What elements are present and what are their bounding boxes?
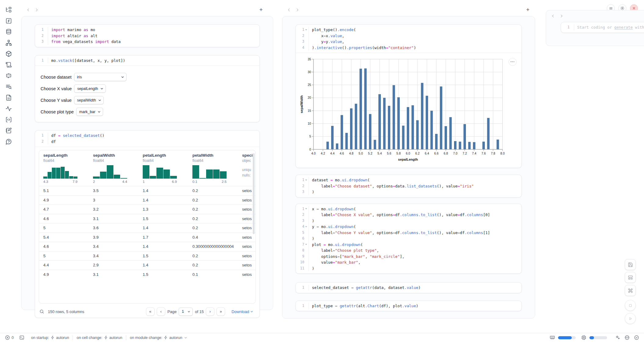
code-editor[interactable]: 1import marimo as mo2import altair as al…: [35, 25, 259, 47]
table-row[interactable]: 53.41.50.2setos: [39, 251, 256, 261]
page-select[interactable]: 1: [179, 308, 193, 316]
add-cell-button[interactable]: +: [524, 6, 532, 13]
table-row[interactable]: 4.93.11.50.1setos: [39, 270, 256, 279]
scroll-icon[interactable]: [5, 62, 12, 68]
panel-next-button[interactable]: [557, 12, 566, 20]
code-editor[interactable]: 1selected_dataset = getattr(data, datase…: [296, 283, 521, 293]
table-scrollbar[interactable]: [253, 153, 255, 234]
table-row[interactable]: 4.73.21.30.2setos: [39, 205, 256, 214]
code-placeholder[interactable]: Start coding or generate with: [574, 24, 644, 30]
column-histogram: [93, 165, 127, 179]
save-button[interactable]: [625, 259, 636, 270]
function-square-icon[interactable]: [5, 18, 12, 24]
activity-icon[interactable]: [5, 105, 12, 112]
generate-link[interactable]: generate: [614, 25, 633, 30]
table-column-header[interactable]: sepalWidthfloat6424.4: [89, 153, 138, 183]
table-column-header[interactable]: sepalLengthfloat644.37.9: [39, 153, 89, 183]
network-icon[interactable]: [5, 40, 12, 46]
table-row[interactable]: 4.63.11.50.2setos: [39, 214, 256, 223]
command-palette-button[interactable]: [625, 285, 636, 296]
run-all-button[interactable]: [625, 313, 636, 324]
error-count: 0: [12, 336, 14, 340]
error-indicator[interactable]: 0: [5, 335, 14, 340]
svg-text:5.8: 5.8: [396, 152, 401, 155]
code-line: 1plot_type = getattr(alt.Chart(df), plot…: [297, 303, 518, 309]
package-icon[interactable]: [5, 51, 12, 57]
code-editor[interactable]: 1mo.vstack([dataset, x, y, plot]): [35, 55, 259, 66]
y-value-select[interactable]: sepalWidth: [74, 96, 104, 104]
list-search-icon[interactable]: [5, 84, 12, 90]
table-row[interactable]: 4.931.40.2setos: [39, 195, 256, 205]
code-editor[interactable]: 1df = selected_dataset()2df: [35, 130, 259, 147]
code-editor[interactable]: 1x = mo.ui.dropdown(2 label="Choose X va…: [296, 204, 521, 274]
code-line: 2 label="Choose X value", options=df.col…: [297, 212, 518, 218]
cell-dataframe[interactable]: 1df = selected_dataset()2df sepalLengthf…: [35, 130, 260, 318]
column-prev-button[interactable]: [24, 6, 32, 13]
table-column-header[interactable]: petalWidthfloat640.12.5: [188, 153, 238, 183]
new-cell[interactable]: 1 Start coding or generate with: [561, 22, 644, 33]
first-page-button[interactable]: «: [146, 307, 155, 316]
memory-icon: [550, 335, 555, 340]
table-row[interactable]: 4.63.41.40.30000000000000004setos: [39, 242, 256, 251]
choose-dataset-label: Choose dataset: [41, 75, 72, 80]
code-editor[interactable]: 1plot_type().encode(2 x=x.value,3 y=y.va…: [296, 25, 521, 53]
altair-bar-chart[interactable]: 4.04.24.44.64.85.05.25.45.65.86.06.26.46…: [299, 55, 507, 163]
table-column-header[interactable]: petalLengthfloat6416.9: [138, 153, 188, 183]
plot-type-select[interactable]: mark_bar: [76, 108, 103, 116]
on-startup-value: autorun: [56, 336, 69, 340]
table-row[interactable]: 5.43.91.70.4setos: [39, 233, 256, 242]
chevron-down-icon: [184, 336, 188, 340]
svg-text:5: 5: [309, 135, 311, 138]
add-cell-button[interactable]: +: [257, 6, 265, 13]
code-editor[interactable]: 1dataset = mo.ui.dropdown(2 label="Choos…: [296, 175, 521, 197]
table-summary: 150 rows, 5 columns: [48, 309, 84, 314]
on-cell-change-setting[interactable]: on cell change: autorun: [77, 336, 122, 340]
on-startup-label: on startup:: [31, 336, 49, 340]
download-button[interactable]: Download: [230, 309, 255, 314]
stop-button[interactable]: [625, 300, 636, 311]
dataset-select[interactable]: iris: [74, 73, 127, 81]
search-icon[interactable]: [39, 309, 44, 314]
table-row[interactable]: 4.42.91.40.2setos: [39, 260, 256, 270]
cell-vstack[interactable]: 1mo.vstack([dataset, x, y, plot]) Choose…: [35, 55, 260, 123]
terminal-button[interactable]: [19, 335, 24, 340]
last-page-button[interactable]: »: [216, 307, 225, 316]
cell-chart[interactable]: 1plot_type().encode(2 x=x.value,3 y=y.va…: [295, 24, 522, 168]
svg-text:0: 0: [309, 148, 311, 151]
df-table-header: sepalLengthfloat644.37.9sepalWidthfloat6…: [39, 150, 256, 183]
cell-selected-dataset[interactable]: 1selected_dataset = getattr(data, datase…: [295, 282, 522, 293]
panel-prev-button[interactable]: [549, 12, 557, 20]
svg-text:6.4: 6.4: [425, 152, 429, 155]
status-bar: 0 on startup: autorun on cell change: au…: [0, 333, 644, 342]
cell-dataset-dropdown[interactable]: 1dataset = mo.ui.dropdown(2 label="Choos…: [295, 175, 522, 198]
database-icon[interactable]: [5, 29, 12, 35]
svg-text:7.8: 7.8: [491, 152, 495, 155]
code-snippet-icon[interactable]: [5, 116, 12, 123]
bot-chat-icon[interactable]: [5, 73, 12, 79]
prev-page-button[interactable]: ‹: [157, 307, 165, 316]
table-row[interactable]: 53.61.40.2setos: [39, 223, 256, 233]
column-next-button[interactable]: [32, 6, 41, 13]
cell-plot-type[interactable]: 1plot_type = getattr(alt.Chart(df), plot…: [295, 301, 522, 312]
svg-text:15: 15: [308, 109, 311, 112]
table-row[interactable]: 5.13.51.40.2setos: [39, 186, 256, 195]
file-text-icon[interactable]: [5, 94, 12, 101]
layout-button[interactable]: [625, 272, 636, 283]
svg-text:30: 30: [308, 70, 311, 74]
on-module-change-setting[interactable]: on module change: autorun: [130, 336, 188, 340]
cell-imports[interactable]: 1import marimo as mo2import altair as al…: [35, 24, 260, 47]
next-page-button[interactable]: ›: [206, 307, 214, 316]
help-circle-icon[interactable]: [5, 138, 12, 145]
on-startup-setting[interactable]: on startup: autorun: [31, 336, 69, 340]
column-next-button[interactable]: [293, 6, 302, 13]
cell-xy-dropdowns[interactable]: 1x = mo.ui.dropdown(2 label="Choose X va…: [295, 204, 522, 274]
scratch-panel: 1 Start coding or generate with: [546, 10, 644, 46]
code-editor[interactable]: 1plot_type = getattr(alt.Chart(df), plot…: [296, 301, 521, 311]
file-tree-icon[interactable]: [5, 7, 12, 13]
column-prev-button[interactable]: [284, 6, 293, 13]
ram-usage-bar: [558, 336, 576, 339]
svg-text:20: 20: [308, 96, 311, 99]
vega-actions-button[interactable]: •••: [509, 58, 517, 66]
x-value-select[interactable]: sepalLength: [74, 84, 106, 93]
notebook-pen-icon[interactable]: [5, 127, 12, 134]
